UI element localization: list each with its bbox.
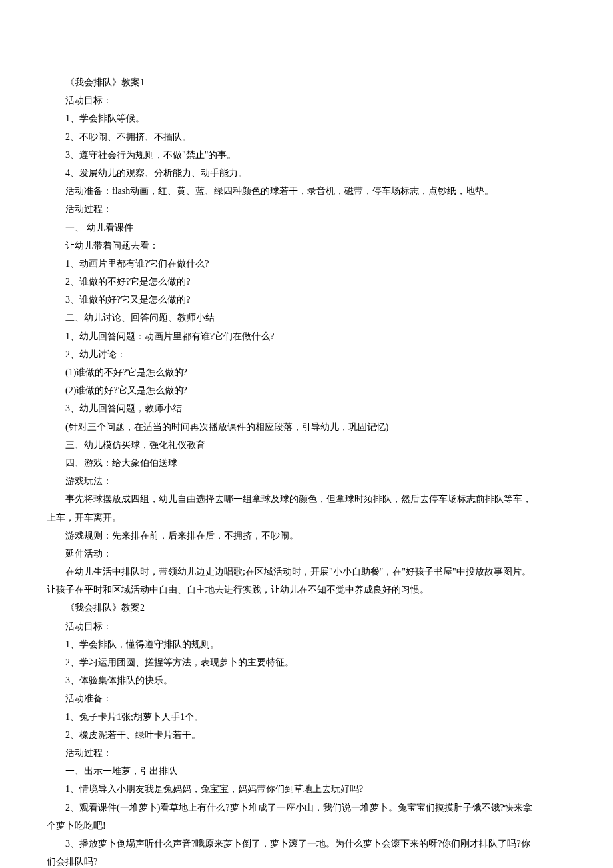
paragraph-line: 3、体验集体排队的快乐。 xyxy=(47,671,566,689)
paragraph-line: 1、兔子卡片1张;胡萝卜人手1个。 xyxy=(47,708,566,726)
paragraph-line: 活动目标： xyxy=(47,91,566,109)
document-body: 《我会排队》教案1活动目标：1、学会排队等候。2、不吵闹、不拥挤、不插队。3、遵… xyxy=(47,73,566,868)
paragraph-line: 3、播放萝卜倒塌声听什么声音?哦原来萝卜倒了，萝卜滚了一地。为什么萝卜会滚下来的… xyxy=(47,835,566,853)
paragraph-line: (针对三个问题，在适当的时间再次播放课件的相应段落，引导幼儿，巩固记忆) xyxy=(47,418,566,436)
paragraph-line: 们会排队吗? xyxy=(47,853,566,868)
paragraph-line: 3、谁做的好?它又是怎么做的? xyxy=(47,291,566,309)
horizontal-rule-top xyxy=(47,65,566,65)
paragraph-line: 游戏规则：先来排在前，后来排在后，不拥挤，不吵闹。 xyxy=(47,527,566,545)
paragraph-line: 四、游戏：给大象伯伯送球 xyxy=(47,454,566,472)
paragraph-line: (2)谁做的好?它又是怎么做的? xyxy=(47,381,566,399)
paragraph-line: 2、橡皮泥若干、绿叶卡片若干。 xyxy=(47,726,566,744)
paragraph-line: 2、观看课件(一堆萝卜)看草地上有什么?萝卜堆成了一座小山，我们说一堆萝卜。兔宝… xyxy=(47,799,566,817)
paragraph-line: 活动过程： xyxy=(47,744,566,762)
paragraph-line: 4、发展幼儿的观察、分析能力、动手能力。 xyxy=(47,164,566,182)
paragraph-line: 在幼儿生活中排队时，带领幼儿边走边唱歌;在区域活动时，开展"小小自助餐"，在"好… xyxy=(47,563,566,581)
paragraph-line: 活动准备：flash动画，红、黄、蓝、绿四种颜色的球若干，录音机，磁带，停车场标… xyxy=(47,182,566,200)
paragraph-line: 二、幼儿讨论、回答问题、教师小结 xyxy=(47,309,566,327)
paragraph-line: 活动过程： xyxy=(47,200,566,218)
paragraph-line: 1、动画片里都有谁?它们在做什么? xyxy=(47,255,566,273)
paragraph-line: 《我会排队》教案1 xyxy=(47,73,566,91)
paragraph-line: 1、学会排队等候。 xyxy=(47,109,566,127)
paragraph-line: 1、学会排队，懂得遵守排队的规则。 xyxy=(47,635,566,653)
paragraph-line: 延伸活动： xyxy=(47,545,566,563)
paragraph-line: 3、幼儿回答问题，教师小结 xyxy=(47,399,566,417)
paragraph-line: 活动目标： xyxy=(47,617,566,635)
paragraph-line: 2、幼儿讨论： xyxy=(47,345,566,363)
paragraph-line: 游戏玩法： xyxy=(47,472,566,490)
paragraph-line: 事先将球摆放成四组，幼儿自由选择去哪一组拿球及球的颜色，但拿球时须排队，然后去停… xyxy=(47,490,566,508)
paragraph-line: 一、 幼儿看课件 xyxy=(47,219,566,237)
paragraph-line: (1)谁做的不好?它是怎么做的? xyxy=(47,363,566,381)
paragraph-line: 2、谁做的不好?它是怎么做的? xyxy=(47,273,566,291)
paragraph-line: 《我会排队》教案2 xyxy=(47,599,566,617)
paragraph-line: 2、不吵闹、不拥挤、不插队。 xyxy=(47,128,566,146)
paragraph-line: 三、幼儿模仿买球，强化礼仪教育 xyxy=(47,436,566,454)
paragraph-line: 上车，开车离开。 xyxy=(47,509,566,527)
paragraph-line: 个萝卜吃吃吧! xyxy=(47,817,566,835)
paragraph-line: 让幼儿带着问题去看： xyxy=(47,237,566,255)
paragraph-line: 活动准备： xyxy=(47,689,566,707)
paragraph-line: 让孩子在平时和区域活动中自由、自主地去进行实践，让幼儿在不知不觉中养成良好的习惯… xyxy=(47,581,566,599)
paragraph-line: 3、遵守社会行为规则，不做"禁止"的事。 xyxy=(47,146,566,164)
paragraph-line: 1、情境导入小朋友我是兔妈妈，兔宝宝，妈妈带你们到草地上去玩好吗? xyxy=(47,780,566,798)
paragraph-line: 2、学习运用团圆、搓捏等方法，表现萝卜的主要特征。 xyxy=(47,653,566,671)
paragraph-line: 一、出示一堆萝，引出排队 xyxy=(47,762,566,780)
paragraph-line: 1、幼儿回答问题：动画片里都有谁?它们在做什么? xyxy=(47,327,566,345)
